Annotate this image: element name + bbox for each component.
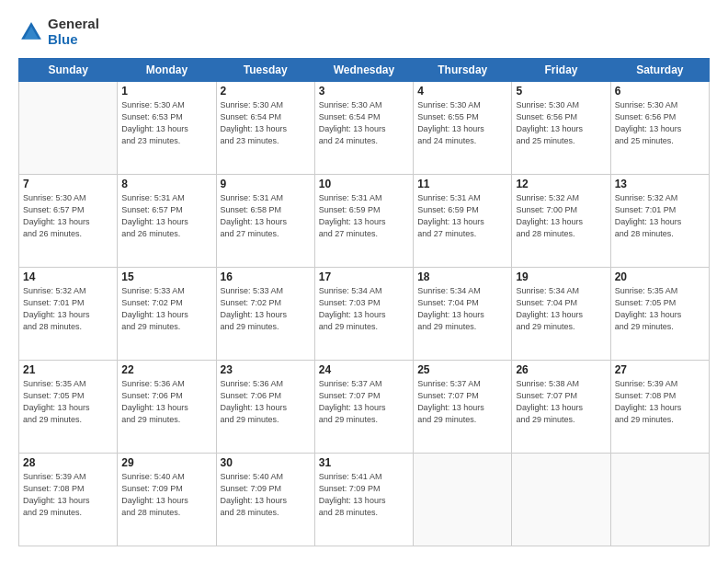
calendar-cell: 3Sunrise: 5:30 AM Sunset: 6:54 PM Daylig… [314,82,413,175]
calendar-cell: 7Sunrise: 5:30 AM Sunset: 6:57 PM Daylig… [19,175,118,268]
day-number: 11 [417,178,507,190]
week-row-3: 14Sunrise: 5:32 AM Sunset: 7:01 PM Dayli… [19,268,710,361]
day-info: Sunrise: 5:30 AM Sunset: 6:53 PM Dayligh… [121,99,211,147]
calendar-cell: 11Sunrise: 5:31 AM Sunset: 6:59 PM Dayli… [414,175,512,268]
day-number: 18 [417,270,507,283]
day-number: 16 [221,270,311,283]
calendar-cell: 16Sunrise: 5:33 AM Sunset: 7:02 PM Dayli… [216,268,314,361]
week-row-5: 28Sunrise: 5:39 AM Sunset: 7:08 PM Dayli… [19,454,710,546]
day-info: Sunrise: 5:31 AM Sunset: 6:59 PM Dayligh… [319,192,409,240]
day-number: 2 [221,85,311,98]
page: General Blue SundayMondayTuesdayWednesda… [0,0,728,563]
day-info: Sunrise: 5:41 AM Sunset: 7:09 PM Dayligh… [319,471,409,519]
day-info: Sunrise: 5:34 AM Sunset: 7:04 PM Dayligh… [516,285,606,333]
calendar-cell: 18Sunrise: 5:34 AM Sunset: 7:04 PM Dayli… [414,268,512,361]
day-number: 10 [319,178,409,190]
calendar-cell: 4Sunrise: 5:30 AM Sunset: 6:55 PM Daylig… [414,82,512,175]
logo-icon [18,19,44,45]
day-number: 5 [516,85,606,98]
day-info: Sunrise: 5:30 AM Sunset: 6:54 PM Dayligh… [221,99,311,147]
day-number: 24 [319,363,409,376]
day-number: 13 [615,178,705,190]
calendar-cell: 6Sunrise: 5:30 AM Sunset: 6:56 PM Daylig… [610,82,709,175]
calendar-cell: 1Sunrise: 5:30 AM Sunset: 6:53 PM Daylig… [118,82,216,175]
calendar-cell [414,454,512,546]
day-number: 21 [23,363,113,376]
day-info: Sunrise: 5:38 AM Sunset: 7:07 PM Dayligh… [516,378,606,426]
day-info: Sunrise: 5:32 AM Sunset: 7:00 PM Dayligh… [516,192,606,240]
calendar-cell: 19Sunrise: 5:34 AM Sunset: 7:04 PM Dayli… [512,268,610,361]
calendar-cell: 10Sunrise: 5:31 AM Sunset: 6:59 PM Dayli… [314,175,413,268]
calendar-table: SundayMondayTuesdayWednesdayThursdayFrid… [18,58,710,546]
weekday-saturday: Saturday [610,59,709,82]
weekday-wednesday: Wednesday [314,59,413,82]
day-number: 27 [615,363,705,376]
day-number: 8 [121,178,211,190]
calendar-cell [19,82,118,175]
weekday-thursday: Thursday [414,59,512,82]
calendar-cell: 23Sunrise: 5:36 AM Sunset: 7:06 PM Dayli… [216,361,314,454]
day-info: Sunrise: 5:40 AM Sunset: 7:09 PM Dayligh… [121,471,211,519]
day-number: 26 [516,363,606,376]
day-info: Sunrise: 5:37 AM Sunset: 7:07 PM Dayligh… [417,378,507,426]
day-number: 23 [221,363,311,376]
calendar-cell: 29Sunrise: 5:40 AM Sunset: 7:09 PM Dayli… [118,454,216,546]
calendar-cell: 24Sunrise: 5:37 AM Sunset: 7:07 PM Dayli… [314,361,413,454]
day-info: Sunrise: 5:39 AM Sunset: 7:08 PM Dayligh… [615,378,705,426]
day-number: 9 [221,178,311,190]
day-number: 15 [121,270,211,283]
day-number: 28 [23,456,113,469]
day-number: 7 [23,178,113,190]
week-row-2: 7Sunrise: 5:30 AM Sunset: 6:57 PM Daylig… [19,175,710,268]
day-info: Sunrise: 5:32 AM Sunset: 7:01 PM Dayligh… [615,192,705,240]
day-info: Sunrise: 5:32 AM Sunset: 7:01 PM Dayligh… [23,285,113,333]
day-number: 29 [121,456,211,469]
calendar-cell: 13Sunrise: 5:32 AM Sunset: 7:01 PM Dayli… [610,175,709,268]
day-info: Sunrise: 5:36 AM Sunset: 7:06 PM Dayligh… [221,378,311,426]
day-number: 20 [615,270,705,283]
calendar-cell: 8Sunrise: 5:31 AM Sunset: 6:57 PM Daylig… [118,175,216,268]
calendar-cell: 2Sunrise: 5:30 AM Sunset: 6:54 PM Daylig… [216,82,314,175]
day-number: 3 [319,85,409,98]
day-number: 22 [121,363,211,376]
calendar-cell: 28Sunrise: 5:39 AM Sunset: 7:08 PM Dayli… [19,454,118,546]
calendar-cell: 12Sunrise: 5:32 AM Sunset: 7:00 PM Dayli… [512,175,610,268]
day-info: Sunrise: 5:33 AM Sunset: 7:02 PM Dayligh… [221,285,311,333]
header: General Blue [18,17,710,47]
week-row-1: 1Sunrise: 5:30 AM Sunset: 6:53 PM Daylig… [19,82,710,175]
day-info: Sunrise: 5:30 AM Sunset: 6:56 PM Dayligh… [615,99,705,147]
logo-text: General Blue [48,17,99,47]
weekday-friday: Friday [512,59,610,82]
calendar-cell [610,454,709,546]
day-number: 30 [221,456,311,469]
calendar-cell: 22Sunrise: 5:36 AM Sunset: 7:06 PM Dayli… [118,361,216,454]
day-info: Sunrise: 5:31 AM Sunset: 6:59 PM Dayligh… [417,192,507,240]
calendar-cell: 9Sunrise: 5:31 AM Sunset: 6:58 PM Daylig… [216,175,314,268]
day-info: Sunrise: 5:40 AM Sunset: 7:09 PM Dayligh… [221,471,311,519]
week-row-4: 21Sunrise: 5:35 AM Sunset: 7:05 PM Dayli… [19,361,710,454]
day-info: Sunrise: 5:34 AM Sunset: 7:03 PM Dayligh… [319,285,409,333]
day-number: 31 [319,456,409,469]
calendar-cell: 25Sunrise: 5:37 AM Sunset: 7:07 PM Dayli… [414,361,512,454]
day-info: Sunrise: 5:31 AM Sunset: 6:57 PM Dayligh… [121,192,211,240]
day-number: 17 [319,270,409,283]
calendar-cell: 26Sunrise: 5:38 AM Sunset: 7:07 PM Dayli… [512,361,610,454]
calendar-cell: 21Sunrise: 5:35 AM Sunset: 7:05 PM Dayli… [19,361,118,454]
calendar-cell: 17Sunrise: 5:34 AM Sunset: 7:03 PM Dayli… [314,268,413,361]
calendar-cell: 27Sunrise: 5:39 AM Sunset: 7:08 PM Dayli… [610,361,709,454]
day-number: 19 [516,270,606,283]
calendar-cell: 15Sunrise: 5:33 AM Sunset: 7:02 PM Dayli… [118,268,216,361]
day-number: 4 [417,85,507,98]
day-number: 6 [615,85,705,98]
day-info: Sunrise: 5:33 AM Sunset: 7:02 PM Dayligh… [121,285,211,333]
calendar-cell: 14Sunrise: 5:32 AM Sunset: 7:01 PM Dayli… [19,268,118,361]
day-info: Sunrise: 5:37 AM Sunset: 7:07 PM Dayligh… [319,378,409,426]
day-number: 12 [516,178,606,190]
calendar-cell: 5Sunrise: 5:30 AM Sunset: 6:56 PM Daylig… [512,82,610,175]
weekday-sunday: Sunday [19,59,118,82]
day-info: Sunrise: 5:36 AM Sunset: 7:06 PM Dayligh… [121,378,211,426]
day-info: Sunrise: 5:30 AM Sunset: 6:55 PM Dayligh… [417,99,507,147]
weekday-tuesday: Tuesday [216,59,314,82]
day-number: 25 [417,363,507,376]
day-info: Sunrise: 5:35 AM Sunset: 7:05 PM Dayligh… [23,378,113,426]
